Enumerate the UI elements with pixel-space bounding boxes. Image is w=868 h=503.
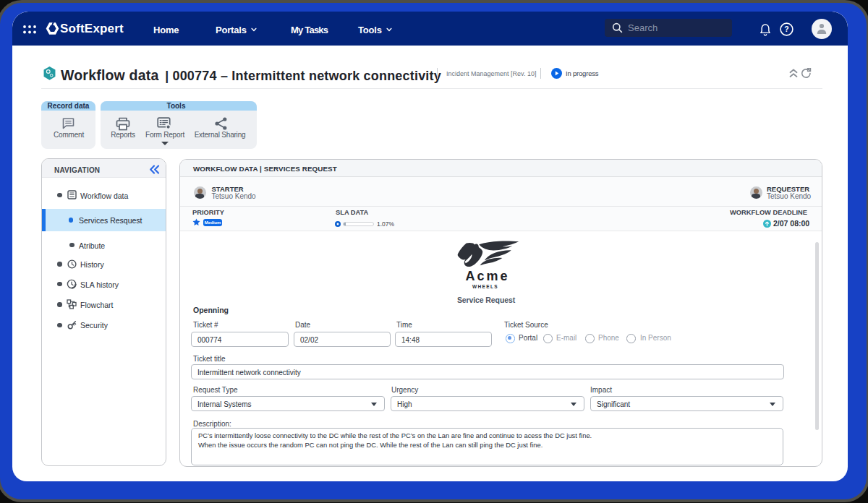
svg-text:?: ? — [784, 25, 788, 33]
